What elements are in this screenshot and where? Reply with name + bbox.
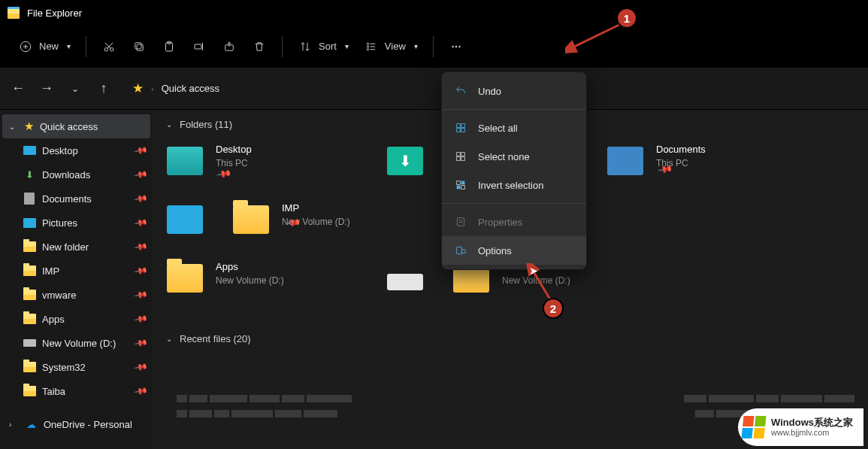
folder-icon xyxy=(23,240,36,253)
group-recent-header[interactable]: ⌄ Recent files (20) xyxy=(166,333,854,344)
sidebar-item-label: Downloads xyxy=(42,169,90,181)
sidebar-item-vmware[interactable]: vmware📌 xyxy=(0,283,153,307)
delete-button[interactable] xyxy=(244,35,274,59)
sidebar-item-system32[interactable]: System32📌 xyxy=(0,355,153,379)
group-title: Folders (11) xyxy=(180,119,232,130)
recent-dropdown[interactable]: ⌄ xyxy=(68,83,83,94)
chevron-down-icon: ⌄ xyxy=(166,335,172,343)
context-menu: Undo Select all Select none Invert selec… xyxy=(441,71,587,270)
sidebar-item-taiba[interactable]: Taiba📌 xyxy=(0,379,153,403)
blurred-content xyxy=(684,395,854,402)
paste-button[interactable] xyxy=(154,35,184,59)
folder-item[interactable] xyxy=(386,256,431,315)
chevron-down-icon[interactable]: ⌄ xyxy=(9,123,18,131)
more-button[interactable] xyxy=(441,35,471,59)
sidebar-item-label: Desktop xyxy=(42,145,78,156)
pin-icon: 📌 xyxy=(133,143,148,158)
sidebar-item-desktop[interactable]: Desktop📌 xyxy=(0,138,153,162)
sidebar-onedrive[interactable]: › ☁ OneDrive - Personal xyxy=(0,412,153,436)
forward-button[interactable]: → xyxy=(39,80,54,96)
cut-button[interactable] xyxy=(94,35,124,59)
folder-icon xyxy=(23,384,36,398)
ellipsis-icon xyxy=(449,39,464,54)
breadcrumb[interactable]: Quick access xyxy=(162,83,219,94)
sidebar-item-pictures[interactable]: Pictures📌 xyxy=(0,211,153,235)
folder-item[interactable]: AppsNew Volume (D:) xyxy=(166,256,365,315)
folder-icon xyxy=(23,264,36,278)
menu-label: Undo xyxy=(478,86,501,97)
annotation-badge-1: 1 xyxy=(616,8,637,29)
svg-point-29 xyxy=(461,250,465,253)
pin-icon: 📌 xyxy=(133,167,148,182)
chevron-right-icon[interactable]: › xyxy=(9,420,18,429)
folder-item[interactable]: IMPNew Volume (D:)📌 xyxy=(232,198,431,256)
chevron-down-icon: ▾ xyxy=(345,42,349,50)
downloads-folder-icon: ⬇ xyxy=(386,144,424,178)
folder-item[interactable] xyxy=(166,198,211,256)
blurred-content xyxy=(177,395,352,402)
copy-icon xyxy=(132,39,147,54)
folder-item[interactable]: DocumentsThis PC📌 xyxy=(606,139,806,198)
pin-icon: 📌 xyxy=(216,165,252,196)
sidebar-item-imp[interactable]: IMP📌 xyxy=(0,259,153,283)
view-button[interactable]: View ▾ xyxy=(356,35,425,59)
sidebar-item-downloads[interactable]: ⬇Downloads📌 xyxy=(0,162,153,187)
watermark-title: Windows系统之家 xyxy=(771,417,853,428)
sidebar-quick-access[interactable]: ⌄ ★ Quick access xyxy=(2,114,150,138)
watermark: Windows系统之家 www.bjjmlv.com xyxy=(738,408,863,446)
svg-rect-7 xyxy=(195,44,201,49)
select-all-icon xyxy=(454,121,467,135)
up-button[interactable]: ↑ xyxy=(96,80,111,96)
back-button[interactable]: ← xyxy=(11,80,26,96)
sort-label: Sort xyxy=(319,41,337,52)
chevron-down-icon: ▾ xyxy=(414,42,418,50)
menu-options[interactable]: Options xyxy=(442,236,586,265)
options-icon xyxy=(454,244,467,257)
sidebar-item-documents[interactable]: Documents📌 xyxy=(0,187,153,211)
menu-label: Select none xyxy=(478,151,530,162)
desktop-folder-icon xyxy=(166,144,204,178)
svg-rect-25 xyxy=(457,186,461,190)
sidebar-item-label: New Volume (D:) xyxy=(42,338,116,349)
menu-label: Options xyxy=(478,245,512,256)
menu-undo[interactable]: Undo xyxy=(442,77,586,105)
folder-name: Apps xyxy=(216,261,284,272)
annotation-arrow-2 xyxy=(526,263,556,302)
menu-separator xyxy=(442,109,586,110)
documents-folder-icon xyxy=(606,144,644,178)
svg-rect-4 xyxy=(135,42,141,48)
svg-point-11 xyxy=(367,48,368,50)
svg-rect-17 xyxy=(457,129,461,132)
properties-icon xyxy=(454,215,467,229)
view-label: View xyxy=(385,41,406,52)
file-explorer-icon xyxy=(8,7,20,19)
annotation-badge-2: 2 xyxy=(543,298,564,319)
sort-button[interactable]: Sort ▾ xyxy=(290,35,356,59)
menu-select-none[interactable]: Select none xyxy=(442,142,586,171)
copy-button[interactable] xyxy=(124,35,154,59)
sidebar-item-label: vmware xyxy=(42,290,77,301)
rename-button[interactable] xyxy=(184,35,214,59)
new-button[interactable]: New ▾ xyxy=(11,35,78,59)
desktop-icon xyxy=(23,144,36,157)
sidebar-item-apps[interactable]: Apps📌 xyxy=(0,307,153,331)
menu-invert-selection[interactable]: Invert selection xyxy=(442,171,586,199)
folder-icon xyxy=(23,312,36,326)
svg-rect-21 xyxy=(457,157,461,161)
folder-item[interactable]: DesktopThis PC📌 xyxy=(166,139,365,198)
sidebar-item-label: New folder xyxy=(42,241,89,253)
watermark-url: www.bjjmlv.com xyxy=(771,428,853,437)
share-button[interactable] xyxy=(214,35,244,59)
clipboard-icon xyxy=(162,39,177,54)
menu-select-all[interactable]: Select all xyxy=(442,114,586,142)
sidebar: ⌄ ★ Quick access Desktop📌 ⬇Downloads📌 Do… xyxy=(0,110,153,449)
pin-icon: 📌 xyxy=(133,360,148,375)
folder-icon xyxy=(232,202,270,237)
drive-icon xyxy=(23,336,36,350)
sidebar-item-newvolume[interactable]: New Volume (D:)📌 xyxy=(0,331,153,355)
sidebar-item-newfolder[interactable]: New folder📌 xyxy=(0,235,153,259)
undo-icon xyxy=(454,84,467,98)
pin-icon: 📌 xyxy=(133,239,148,254)
sidebar-label: Quick access xyxy=(40,121,98,132)
nav-row: ← → ⌄ ↑ ★ › Quick access xyxy=(0,68,868,110)
